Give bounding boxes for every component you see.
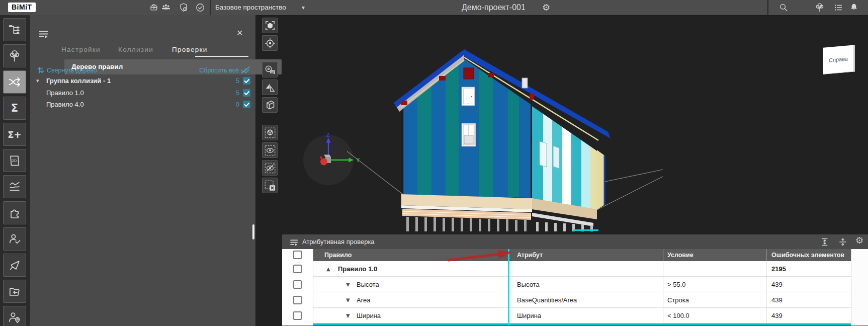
row-checkbox[interactable] bbox=[293, 280, 302, 289]
cell-errors: 439 bbox=[771, 308, 783, 323]
row-checkbox[interactable] bbox=[293, 311, 302, 320]
tree-item-group[interactable]: Группа коллизий - 1 bbox=[46, 77, 111, 85]
rule-4-count: 0 bbox=[226, 101, 239, 108]
hide-eye-off-icon[interactable] bbox=[262, 160, 278, 176]
row-expand-caret-icon[interactable]: ▼ bbox=[346, 292, 350, 308]
check-circle-icon[interactable] bbox=[195, 2, 206, 13]
cell-attribute: Высота bbox=[517, 277, 540, 292]
shield-check-icon[interactable] bbox=[178, 2, 189, 13]
sidebar-item-tree[interactable] bbox=[3, 44, 26, 67]
bimit-logo[interactable]: BiMiT bbox=[8, 3, 36, 12]
column-header-condition[interactable]: Условие bbox=[667, 252, 693, 259]
select-all-checkbox[interactable] bbox=[293, 251, 302, 259]
cell-condition: > 55.0 bbox=[667, 277, 686, 292]
sidebar-item-trowel[interactable] bbox=[3, 254, 26, 277]
column-header-errors[interactable]: Ошибочных элементов bbox=[771, 252, 844, 259]
close-icon[interactable]: ✕ bbox=[236, 28, 243, 38]
sidebar-item-collisions-shuffle[interactable] bbox=[3, 70, 26, 94]
sidebar-item-2d-drawing[interactable]: 2D bbox=[3, 149, 26, 172]
left-panel-resize-handle[interactable] bbox=[252, 224, 254, 239]
table-scrollbar[interactable] bbox=[851, 249, 868, 325]
collapse-tree-link[interactable]: Свернуть дерево bbox=[47, 67, 97, 74]
search-icon[interactable] bbox=[778, 2, 789, 13]
annotation-arrow bbox=[447, 249, 514, 262]
group-collapse-caret-icon[interactable]: ▾ bbox=[36, 77, 39, 84]
table-row[interactable]: ▲ Правило 1.0 2195 bbox=[313, 261, 851, 277]
collapse-tree-icon[interactable] bbox=[37, 66, 44, 74]
group-count: 5 bbox=[226, 77, 239, 85]
top-bar: BiMiT Базовое пространство bbox=[0, 0, 868, 16]
cell-condition: Строка bbox=[667, 292, 689, 308]
axis-x-marker bbox=[320, 158, 327, 166]
menu-arrow-icon[interactable] bbox=[289, 237, 299, 248]
workspace-caret-icon[interactable]: ▾ bbox=[302, 0, 305, 15]
topbar-divider bbox=[210, 0, 211, 15]
view-cube-face[interactable]: Справа bbox=[823, 45, 855, 74]
rule-4-checkbox[interactable] bbox=[243, 101, 250, 108]
row-expand-caret-icon[interactable]: ▼ bbox=[346, 277, 350, 292]
sidebar-item-plugins-puzzle[interactable] bbox=[3, 201, 26, 224]
sidebar-item-sigma[interactable]: Σ bbox=[3, 97, 26, 120]
collapse-split-icon[interactable] bbox=[837, 236, 848, 248]
reset-all-icon[interactable] bbox=[240, 66, 251, 74]
tool-sidebar: Σ Σ+ 2D bbox=[0, 15, 31, 326]
target-icon[interactable] bbox=[262, 35, 278, 51]
column-header-rule[interactable]: Правило bbox=[324, 252, 352, 259]
column-header-attribute[interactable]: Атрибут bbox=[517, 252, 543, 259]
attribute-check-panel: Атрибутивная проверка ⚙ Правило Атрибут … bbox=[282, 234, 868, 326]
tree-item-rule-4[interactable]: Правило 4.0 bbox=[46, 101, 84, 108]
cell-rule: Area bbox=[357, 292, 370, 308]
team-icon[interactable] bbox=[160, 2, 171, 13]
show-eye-icon[interactable] bbox=[262, 142, 278, 158]
table-row[interactable]: ▼ Высота Высота > 55.0 439 bbox=[313, 277, 851, 292]
table-bottom-accent bbox=[313, 323, 851, 325]
project-settings-gear-icon[interactable]: ⚙ bbox=[542, 0, 550, 15]
sidebar-item-hierarchy[interactable] bbox=[3, 18, 26, 41]
table-header: Правило Атрибут Условие Ошибочных элемен… bbox=[313, 249, 851, 261]
row-expand-caret-icon[interactable]: ▼ bbox=[346, 308, 350, 323]
application-window: BiMiT Базовое пространство bbox=[0, 0, 868, 326]
table-row[interactable]: ▼ Ширина Ширина < 100.0 439 bbox=[313, 308, 851, 323]
briefcase-icon[interactable] bbox=[148, 2, 159, 13]
tab-checks[interactable]: Проверки bbox=[172, 46, 208, 53]
rule-1-checkbox[interactable] bbox=[243, 89, 250, 97]
cell-errors: 439 bbox=[771, 277, 783, 292]
tree-icon[interactable] bbox=[814, 2, 825, 13]
row-checkbox[interactable] bbox=[293, 296, 302, 304]
cell-rule: Ширина bbox=[357, 308, 381, 323]
column-divider[interactable] bbox=[663, 249, 663, 325]
list-icon[interactable] bbox=[833, 2, 844, 13]
focus-hexagon-icon[interactable] bbox=[262, 18, 278, 33]
sidebar-item-graphs[interactable] bbox=[3, 175, 26, 198]
sidebar-item-folder-share[interactable] bbox=[3, 280, 26, 303]
tab-settings[interactable]: Настройки bbox=[61, 46, 101, 53]
table-row[interactable]: ▼ Area BaseQuantities/Area Строка 439 bbox=[313, 292, 851, 308]
bell-icon[interactable] bbox=[848, 2, 859, 13]
tab-collisions[interactable]: Коллизии bbox=[118, 46, 153, 53]
sidebar-item-sigma-plus[interactable]: Σ+ bbox=[3, 123, 26, 146]
clear-selection-icon[interactable] bbox=[262, 178, 278, 193]
row-checkbox[interactable] bbox=[293, 265, 302, 273]
cell-rule: Высота bbox=[357, 277, 379, 292]
clip-plane-icon[interactable] bbox=[262, 79, 278, 95]
measure-tape-icon[interactable] bbox=[262, 62, 278, 77]
bottom-panel-drag-handle[interactable] bbox=[573, 229, 598, 231]
rule-1-count: 5 bbox=[226, 89, 239, 97]
tree-item-rule-1[interactable]: Правило 1.0 bbox=[46, 89, 84, 97]
row-collapse-caret-icon[interactable]: ▲ bbox=[326, 261, 330, 277]
cell-attribute: Ширина bbox=[517, 308, 541, 323]
expand-vertical-icon[interactable] bbox=[819, 236, 830, 248]
selection-cube-icon[interactable] bbox=[262, 125, 278, 140]
cell-rule: Правило 1.0 bbox=[338, 261, 377, 277]
sidebar-item-person-check[interactable] bbox=[3, 227, 26, 251]
workspace-selector[interactable]: Базовое пространство bbox=[215, 0, 286, 15]
column-divider[interactable] bbox=[766, 249, 766, 325]
menu-arrow-icon[interactable] bbox=[38, 28, 50, 40]
house-model[interactable] bbox=[347, 43, 669, 231]
view-cube-label: Справа bbox=[829, 55, 848, 63]
section-box-icon[interactable] bbox=[262, 97, 278, 113]
sidebar-item-person-location[interactable] bbox=[3, 306, 26, 326]
table-settings-gear-icon[interactable]: ⚙ bbox=[855, 235, 866, 246]
reset-all-link[interactable]: Сбросить всё bbox=[198, 67, 239, 74]
group-checkbox[interactable] bbox=[243, 77, 250, 85]
